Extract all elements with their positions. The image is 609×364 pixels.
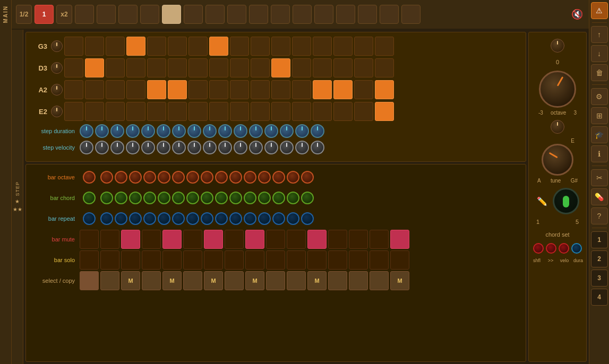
g3-pad-8[interactable]: [230, 37, 249, 56]
vel-knob-6[interactable]: [172, 141, 186, 154]
mute-pad-9[interactable]: [287, 230, 306, 249]
dur-knob-11[interactable]: [249, 124, 263, 138]
pattern-btn-8[interactable]: [227, 5, 246, 24]
e2-pad-14[interactable]: [354, 102, 373, 121]
g3-pad-5[interactable]: [168, 37, 187, 56]
dur-knob-7[interactable]: [187, 124, 201, 138]
mute-pad-12[interactable]: [349, 230, 368, 249]
solo-pad-9[interactable]: [287, 250, 306, 270]
d3-pad-2[interactable]: [106, 58, 125, 77]
mute-pad-3[interactable]: [162, 230, 182, 249]
chord-knob-0[interactable]: [100, 192, 113, 204]
mute-pad-7[interactable]: [245, 230, 264, 249]
dur-knob-4[interactable]: [141, 124, 155, 138]
oct-knob-9[interactable]: [229, 171, 242, 184]
volume-icon[interactable]: 🔇: [570, 7, 585, 22]
g3-pad-14[interactable]: [354, 37, 373, 56]
vel-knob-8[interactable]: [203, 141, 217, 154]
pattern-btn-1[interactable]: [75, 5, 94, 24]
one-step-btn[interactable]: 1: [35, 5, 54, 24]
mute-pad-10[interactable]: [307, 230, 327, 249]
sel-pad-10[interactable]: M: [307, 271, 327, 290]
rep-knob-12[interactable]: [272, 212, 285, 225]
bar-octave-main-knob[interactable]: [83, 171, 96, 184]
dur-knob-13[interactable]: [280, 124, 294, 138]
g3-pad-10[interactable]: [271, 37, 290, 56]
vel-knob-0[interactable]: [80, 141, 93, 154]
vel-knob-2[interactable]: [110, 141, 124, 154]
half-step-btn[interactable]: 1/2: [16, 5, 32, 24]
pattern-btn-16[interactable]: [401, 5, 421, 24]
sel-pad-4[interactable]: [183, 271, 202, 290]
vel-knob-10[interactable]: [234, 141, 247, 154]
bar-repeat-main-knob[interactable]: [83, 212, 96, 225]
mute-pad-6[interactable]: [225, 230, 244, 249]
rep-knob-7[interactable]: [201, 212, 213, 225]
a2-pad-2[interactable]: [106, 80, 125, 99]
rp-top-knob[interactable]: [551, 39, 564, 53]
rep-knob-6[interactable]: [186, 212, 199, 225]
pattern-btn-12[interactable]: [314, 5, 333, 24]
pattern-btn-7[interactable]: [205, 5, 225, 24]
a2-pad-5[interactable]: [168, 80, 187, 99]
mute-pad-14[interactable]: [390, 230, 409, 249]
solo-pad-10[interactable]: [307, 250, 327, 270]
chord-set-knob[interactable]: [553, 188, 579, 214]
d3-pad-11[interactable]: [292, 58, 311, 77]
sel-pad-2[interactable]: [142, 271, 161, 290]
a2-pad-9[interactable]: [251, 80, 270, 99]
mute-first-cell[interactable]: [80, 230, 99, 249]
learn-btn[interactable]: 🎓: [591, 126, 608, 143]
oct-knob-4[interactable]: [158, 171, 170, 184]
d3-pad-14[interactable]: [354, 58, 373, 77]
g3-pad-3[interactable]: [126, 37, 145, 56]
solo-pad-13[interactable]: [370, 250, 389, 270]
dur-knob-1[interactable]: [95, 124, 109, 138]
pattern-btn-11[interactable]: [293, 5, 312, 24]
download-btn[interactable]: ↓: [591, 45, 608, 62]
chord-knob-7[interactable]: [201, 192, 213, 204]
sel-pad-7[interactable]: M: [245, 271, 264, 290]
d3-pad-5[interactable]: [168, 58, 187, 77]
pattern-btn-4[interactable]: [140, 5, 159, 24]
upload-btn[interactable]: ↑: [591, 26, 608, 43]
pattern-btn-5[interactable]: [162, 5, 181, 24]
delete-btn[interactable]: 🗑: [591, 64, 608, 81]
d3-pad-7[interactable]: [209, 58, 228, 77]
sel-pad-6[interactable]: [225, 271, 244, 290]
solo-pad-3[interactable]: [162, 250, 182, 270]
oct-knob-0[interactable]: [100, 171, 113, 184]
mute-pad-4[interactable]: [183, 230, 202, 249]
oct-knob-6[interactable]: [186, 171, 199, 184]
solo-pad-8[interactable]: [266, 250, 285, 270]
e2-pad-13[interactable]: [333, 102, 353, 121]
solo-pad-6[interactable]: [225, 250, 244, 270]
oct-knob-11[interactable]: [258, 171, 271, 184]
rep-knob-0[interactable]: [100, 212, 113, 225]
rep-knob-10[interactable]: [244, 212, 256, 225]
rep-knob-2[interactable]: [129, 212, 142, 225]
e2-pad-7[interactable]: [209, 102, 228, 121]
d3-pad-1[interactable]: [85, 58, 104, 77]
g3-pad-13[interactable]: [333, 37, 353, 56]
g3-pad-9[interactable]: [251, 37, 270, 56]
vel-knob-7[interactable]: [187, 141, 201, 154]
dur-knob-9[interactable]: [218, 124, 232, 138]
pattern-btn-10[interactable]: [271, 5, 290, 24]
chord-knob-13[interactable]: [287, 192, 299, 204]
solo-pad-2[interactable]: [142, 250, 161, 270]
vel-knob-9[interactable]: [218, 141, 232, 154]
dur-knob-0[interactable]: [80, 124, 93, 138]
d3-pad-3[interactable]: [126, 58, 145, 77]
rep-knob-13[interactable]: [287, 212, 299, 225]
dur-knob-15[interactable]: [311, 124, 324, 138]
mute-pad-2[interactable]: [142, 230, 161, 249]
dur-knob-2[interactable]: [110, 124, 124, 138]
oct-knob-14[interactable]: [301, 171, 314, 184]
solo-pad-12[interactable]: [349, 250, 368, 270]
oct-knob-10[interactable]: [244, 171, 256, 184]
sel-pad-9[interactable]: [287, 271, 306, 290]
mute-pad-11[interactable]: [328, 230, 347, 249]
bar-octave-first-knob[interactable]: [80, 168, 99, 187]
velo-knob[interactable]: [559, 243, 569, 254]
